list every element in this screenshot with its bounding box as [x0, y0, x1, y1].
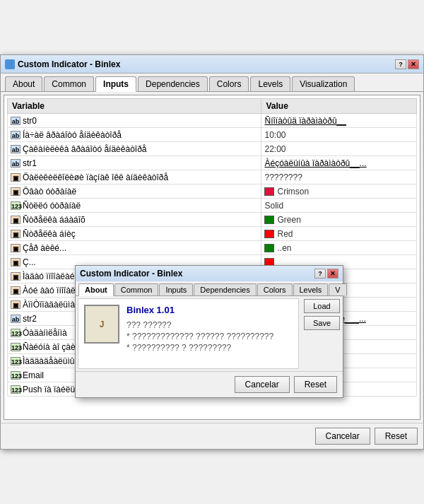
variable-value[interactable]: Àéçóàëüíûà ïàðàìàòðû__...: [261, 156, 417, 170]
table-row: abstr1Àéçóàëüíûà ïàðàìàòðû__...: [8, 156, 417, 170]
row-type-icon: ▣: [11, 230, 20, 238]
variable-name: Ñòðåëêà ááàáîõ: [23, 215, 86, 225]
variable-name: Çàêàíèëèêà âðàáîòó åíäèêàòîðå: [23, 144, 147, 154]
table-row: abÇàêàíèëèêà âðàáîòó åíäèêàòîðå22:00: [8, 142, 417, 156]
variable-value[interactable]: ????????: [261, 170, 417, 184]
nested-desc-line1: ??? ??????: [126, 320, 293, 331]
row-type-icon: 123: [11, 371, 20, 380]
table-row: ▣Öâàò óòðàíàëCrimson: [8, 184, 417, 199]
variable-value[interactable]: Ñíîíàòûä ïàðàìàòðû__: [261, 114, 417, 128]
tab-colors[interactable]: Colors: [209, 76, 249, 91]
row-type-icon: ▣: [11, 244, 20, 252]
variable-value[interactable]: Crimson: [261, 184, 417, 199]
row-type-icon: 123: [11, 385, 20, 394]
table-row: ▣Ñòðåëêà ááàáîõGreen: [8, 213, 417, 227]
variable-value[interactable]: Red: [261, 227, 417, 241]
tab-about[interactable]: About: [5, 76, 42, 91]
tab-visualization[interactable]: Visualization: [292, 76, 355, 91]
reset-button[interactable]: Reset: [375, 428, 418, 445]
row-type-icon: 123: [11, 343, 20, 351]
row-type-icon: ab: [11, 117, 20, 125]
variable-value[interactable]: 22:00: [261, 142, 417, 156]
nested-reset-button[interactable]: Reset: [294, 376, 337, 393]
row-type-icon: 123: [11, 357, 20, 365]
variable-name: Öàëèêèëêîëèøè ïàçíàê îêë àíäèêàòîðå: [23, 172, 168, 182]
nested-cancelar-button[interactable]: Cancelar: [235, 376, 290, 393]
variable-value[interactable]: Green: [261, 213, 417, 227]
nested-desc-line3: * ?????????? ? ?????????: [126, 342, 293, 353]
title-bar: Custom Indicator - Binlex ? ✕: [1, 55, 423, 74]
variable-name: Ñòëëó óòðàíàë: [23, 201, 81, 211]
variable-name: str0: [23, 116, 37, 126]
table-row: abstr0Ñíîíàòûä ïàðàìàòðû__: [8, 114, 417, 128]
table-row: abÍà÷àë âðàáîòó åíäèêàòîðå10:00: [8, 128, 417, 142]
window-icon: [5, 59, 15, 69]
tab-common[interactable]: Common: [44, 76, 94, 91]
variable-name: Öâàò óòðàíàë: [23, 187, 76, 197]
help-button[interactable]: ?: [395, 59, 406, 69]
nested-window-title: Custom Indicator - Binlex: [80, 269, 182, 279]
row-type-icon: ab: [11, 315, 20, 323]
variable-value[interactable]: 10:00: [261, 128, 417, 142]
nested-tab-colors[interactable]: Colors: [257, 283, 293, 295]
variable-value[interactable]: ..en: [261, 241, 417, 255]
nested-content: J Binlex 1.01 ??? ?????? * ?????????????…: [78, 298, 299, 369]
col-variable: Variable: [8, 99, 261, 114]
nested-buttons: Load Save: [301, 296, 343, 371]
color-swatch: [264, 230, 274, 238]
row-type-icon: ▣: [11, 173, 20, 182]
nested-logo: J: [84, 305, 119, 344]
tabs-bar: About Common Inputs Dependencies Colors …: [1, 74, 423, 92]
nested-footer: Cancelar Reset: [76, 371, 343, 397]
row-type-icon: ▣: [11, 258, 20, 266]
variable-name: Ñòðåëêà áíèç: [23, 229, 76, 239]
variable-name: Óàäàíìëåíìà: [23, 328, 67, 338]
table-row: 123Ñòëëó óòðàíàëSolid: [8, 199, 417, 213]
nested-tab-common[interactable]: Common: [114, 283, 159, 295]
footer: Cancelar Reset: [1, 423, 423, 449]
content-area: Variable Value abstr0Ñíîíàòûä ïàðàìàòðû_…: [4, 95, 420, 420]
row-type-icon: ▣: [11, 272, 20, 281]
tab-dependencies[interactable]: Dependencies: [138, 76, 208, 91]
save-button[interactable]: Save: [304, 316, 340, 330]
nested-tab-v[interactable]: V: [329, 283, 346, 295]
variable-name: Íà÷àë âðàáîòó åíäèêàòîðå: [23, 130, 122, 140]
variable-name: Ç...: [23, 257, 36, 267]
nested-help-button[interactable]: ?: [314, 269, 326, 279]
row-type-icon: ▣: [11, 216, 20, 224]
nested-product-title: Binlex 1.01: [126, 305, 293, 315]
nested-tab-inputs[interactable]: Inputs: [159, 283, 193, 295]
tab-inputs[interactable]: Inputs: [95, 76, 136, 92]
variable-name: str2: [23, 314, 37, 324]
nested-desc-line2: * ????????????? ?????? ??????????: [126, 331, 293, 342]
nested-tab-levels[interactable]: Levels: [293, 283, 329, 295]
row-type-icon: ab: [11, 159, 20, 168]
variable-value[interactable]: Solid: [261, 199, 417, 213]
nested-title-bar: Custom Indicator - Binlex ? ✕: [76, 266, 343, 281]
tab-levels[interactable]: Levels: [250, 76, 290, 91]
row-type-icon: ▣: [11, 300, 20, 309]
nested-close-button[interactable]: ✕: [327, 269, 338, 279]
nested-tab-about[interactable]: About: [78, 283, 114, 296]
load-button[interactable]: Load: [304, 299, 340, 313]
table-row: ▣Ñòðåëêà áíèçRed: [8, 227, 417, 241]
color-swatch: [264, 187, 274, 196]
nested-tabs-bar: About Common Inputs Dependencies Colors …: [76, 281, 343, 296]
row-type-icon: ▣: [11, 286, 20, 295]
variable-name: Çåð àèêé...: [23, 243, 66, 253]
row-type-icon: 123: [11, 201, 20, 210]
nested-tab-dependencies[interactable]: Dependencies: [194, 283, 256, 295]
row-type-icon: ab: [11, 145, 20, 153]
color-swatch: [264, 216, 274, 224]
row-type-icon: ▣: [11, 187, 20, 196]
row-type-icon: 123: [11, 329, 20, 337]
main-window: Custom Indicator - Binlex ? ✕ About Comm…: [0, 54, 424, 450]
row-type-icon: ab: [11, 131, 20, 139]
cancelar-button[interactable]: Cancelar: [315, 428, 370, 445]
close-button[interactable]: ✕: [408, 59, 419, 69]
window-title: Custom Indicator - Binlex: [18, 59, 120, 69]
color-swatch: [264, 244, 274, 252]
variable-name: str1: [23, 158, 37, 168]
nested-window: Custom Indicator - Binlex ? ✕ About Comm…: [75, 265, 343, 398]
variable-name: Email: [23, 370, 44, 380]
